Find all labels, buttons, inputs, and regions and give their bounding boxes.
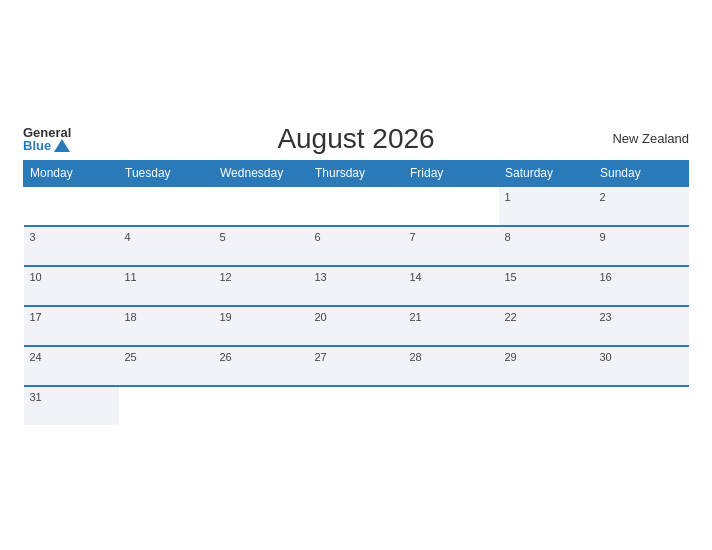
day-cell bbox=[24, 186, 119, 226]
day-cell: 22 bbox=[499, 306, 594, 346]
day-cell: 16 bbox=[594, 266, 689, 306]
day-cell: 20 bbox=[309, 306, 404, 346]
day-cell: 2 bbox=[594, 186, 689, 226]
day-cell: 25 bbox=[119, 346, 214, 386]
day-cell bbox=[119, 186, 214, 226]
header-wednesday: Wednesday bbox=[214, 160, 309, 186]
header-tuesday: Tuesday bbox=[119, 160, 214, 186]
day-cell bbox=[404, 186, 499, 226]
week-row-1: 1 2 bbox=[24, 186, 689, 226]
day-cell: 26 bbox=[214, 346, 309, 386]
logo: General Blue bbox=[23, 126, 71, 152]
day-cell: 4 bbox=[119, 226, 214, 266]
day-cell bbox=[309, 186, 404, 226]
day-cell: 5 bbox=[214, 226, 309, 266]
day-cell bbox=[309, 386, 404, 425]
calendar-header: General Blue August 2026 New Zealand bbox=[23, 126, 689, 152]
day-cell bbox=[214, 386, 309, 425]
header-sunday: Sunday bbox=[594, 160, 689, 186]
day-cell: 30 bbox=[594, 346, 689, 386]
month-year-title: August 2026 bbox=[277, 123, 434, 155]
day-cell: 17 bbox=[24, 306, 119, 346]
day-cell bbox=[214, 186, 309, 226]
day-cell: 27 bbox=[309, 346, 404, 386]
logo-triangle-icon bbox=[54, 139, 70, 152]
day-cell: 7 bbox=[404, 226, 499, 266]
logo-general-text: General bbox=[23, 126, 71, 139]
day-cell: 31 bbox=[24, 386, 119, 425]
week-row-3: 10 11 12 13 14 15 16 bbox=[24, 266, 689, 306]
header-thursday: Thursday bbox=[309, 160, 404, 186]
week-row-5: 24 25 26 27 28 29 30 bbox=[24, 346, 689, 386]
header-monday: Monday bbox=[24, 160, 119, 186]
day-cell: 29 bbox=[499, 346, 594, 386]
week-row-6: 31 bbox=[24, 386, 689, 425]
day-cell: 15 bbox=[499, 266, 594, 306]
day-cell bbox=[594, 386, 689, 425]
week-row-4: 17 18 19 20 21 22 23 bbox=[24, 306, 689, 346]
header-friday: Friday bbox=[404, 160, 499, 186]
day-cell: 23 bbox=[594, 306, 689, 346]
day-cell bbox=[119, 386, 214, 425]
day-cell bbox=[404, 386, 499, 425]
day-cell bbox=[499, 386, 594, 425]
logo-blue-text: Blue bbox=[23, 139, 70, 152]
weekday-header-row: Monday Tuesday Wednesday Thursday Friday… bbox=[24, 160, 689, 186]
day-cell: 19 bbox=[214, 306, 309, 346]
day-cell: 3 bbox=[24, 226, 119, 266]
day-cell: 6 bbox=[309, 226, 404, 266]
day-cell: 13 bbox=[309, 266, 404, 306]
day-cell: 14 bbox=[404, 266, 499, 306]
day-cell: 12 bbox=[214, 266, 309, 306]
day-cell: 18 bbox=[119, 306, 214, 346]
day-cell: 9 bbox=[594, 226, 689, 266]
header-saturday: Saturday bbox=[499, 160, 594, 186]
week-row-2: 3 4 5 6 7 8 9 bbox=[24, 226, 689, 266]
day-cell: 28 bbox=[404, 346, 499, 386]
day-cell: 10 bbox=[24, 266, 119, 306]
region-label: New Zealand bbox=[612, 131, 689, 146]
calendar-container: General Blue August 2026 New Zealand Mon… bbox=[11, 116, 701, 435]
day-cell: 24 bbox=[24, 346, 119, 386]
day-cell: 11 bbox=[119, 266, 214, 306]
calendar-table: Monday Tuesday Wednesday Thursday Friday… bbox=[23, 160, 689, 425]
day-cell: 1 bbox=[499, 186, 594, 226]
day-cell: 21 bbox=[404, 306, 499, 346]
day-cell: 8 bbox=[499, 226, 594, 266]
